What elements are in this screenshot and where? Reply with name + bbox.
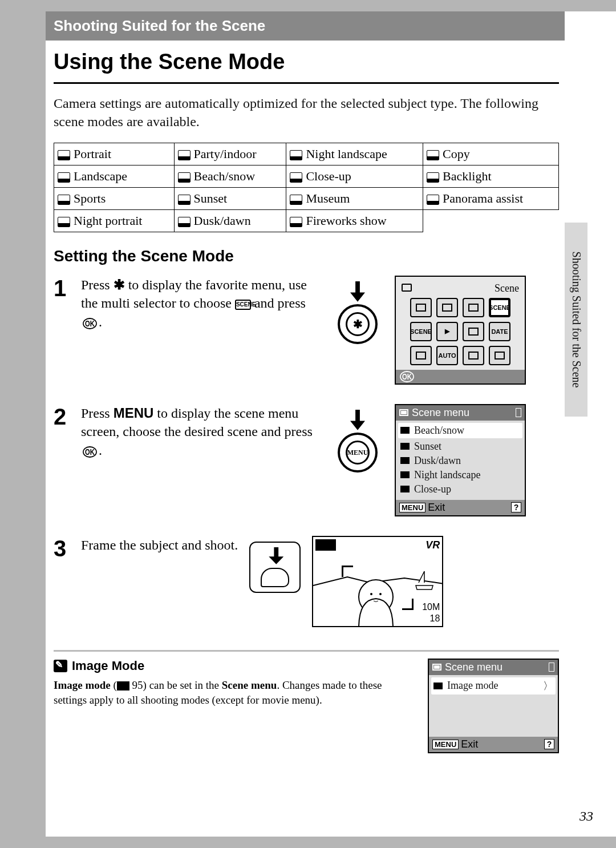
note-icon bbox=[54, 660, 67, 672]
cell: Sports bbox=[74, 191, 106, 205]
step-3-num: 3 bbox=[54, 536, 81, 627]
step-2-text: Press MENU to display the scene menu scr… bbox=[81, 404, 321, 516]
cell: Landscape bbox=[74, 169, 127, 183]
scene-icon: SCENE bbox=[235, 300, 251, 310]
side-tab-label: Shooting Suited for the Scene bbox=[570, 252, 583, 388]
cell: Night portrait bbox=[74, 213, 142, 228]
focus-bracket-icon bbox=[402, 599, 414, 610]
exit-label: Exit bbox=[428, 502, 445, 514]
step-1-text: Press ✱ to display the favorite menu, us… bbox=[81, 276, 321, 385]
scene-cell-selected: SCENE bbox=[489, 298, 510, 317]
ok-icon: OK bbox=[83, 318, 97, 329]
cell: Portrait bbox=[74, 147, 111, 161]
panorama-icon bbox=[427, 195, 439, 205]
lcd-header: Scene menu bbox=[445, 661, 502, 673]
night-landscape-icon bbox=[290, 150, 302, 160]
beach-icon bbox=[178, 172, 191, 183]
list-item: Night landscape bbox=[400, 468, 520, 482]
intro-text: Camera settings are automatically optimi… bbox=[54, 84, 559, 143]
scene-menu-icon bbox=[432, 664, 441, 671]
button-label: MENU bbox=[347, 448, 368, 457]
note-heading: Image Mode bbox=[54, 659, 414, 673]
list-item: Beach/snow bbox=[398, 423, 522, 438]
favorite-menu-lcd: Scene SCENE SCENE▶DATE AUTO OK bbox=[395, 276, 526, 385]
sunset-icon bbox=[178, 195, 191, 205]
closeup-icon bbox=[290, 172, 302, 183]
cell: Close-up bbox=[306, 169, 351, 183]
dusk-icon bbox=[178, 217, 191, 227]
image-mode-lcd: Scene menu Image mode〉 MENUExit? bbox=[428, 659, 559, 753]
menu-button-illustration: MENU bbox=[332, 410, 383, 478]
scene-menu-icon bbox=[399, 409, 408, 416]
cell: Backlight bbox=[443, 169, 492, 183]
night-portrait-icon bbox=[58, 217, 70, 227]
step-1-num: 1 bbox=[54, 276, 81, 385]
arrow-down-icon bbox=[350, 281, 365, 302]
cell: Museum bbox=[306, 191, 350, 205]
cell: Night landscape bbox=[306, 147, 387, 161]
step-3-text: Frame the subject and shoot. bbox=[81, 536, 238, 627]
scene-menu-lcd: Scene menu Beach/snow Sunset Dusk/dawn N… bbox=[395, 404, 526, 516]
list-item: Image mode〉 bbox=[431, 677, 556, 694]
page-ref-icon bbox=[117, 681, 129, 690]
night-landscape-icon bbox=[400, 471, 410, 478]
backlight-icon bbox=[427, 172, 439, 183]
closeup-icon bbox=[400, 486, 410, 492]
menu-word: MENU bbox=[114, 405, 154, 421]
fireworks-icon bbox=[290, 217, 302, 227]
favorite-button-illustration: ✱ bbox=[332, 281, 383, 350]
list-item: Dusk/dawn bbox=[400, 454, 520, 468]
svg-point-1 bbox=[370, 593, 372, 595]
copy-icon bbox=[427, 150, 439, 160]
list-item: Close-up bbox=[400, 482, 520, 496]
setting-heading: Setting the Scene Mode bbox=[54, 247, 559, 265]
cell: Beach/snow bbox=[194, 169, 256, 183]
help-icon: ? bbox=[511, 502, 521, 512]
cell: Dusk/dawn bbox=[194, 213, 251, 228]
lcd-header: Scene menu bbox=[412, 407, 469, 419]
frame-count: 10M18 bbox=[422, 601, 440, 623]
svg-point-2 bbox=[379, 593, 382, 595]
ok-icon: OK bbox=[400, 371, 414, 382]
menu-tag: MENU bbox=[432, 740, 459, 749]
note-box: Image Mode Image mode ( 95) can be set i… bbox=[54, 650, 559, 753]
beach-icon bbox=[400, 427, 410, 434]
button-label: ✱ bbox=[353, 317, 363, 331]
scene-mode-table: Portrait Party/indoor Night landscape Co… bbox=[54, 143, 559, 232]
scrollbar-icon bbox=[516, 408, 521, 417]
cell: Fireworks show bbox=[306, 213, 386, 228]
exit-label: Exit bbox=[461, 738, 478, 750]
cell: Sunset bbox=[194, 191, 228, 205]
scrollbar-icon bbox=[549, 663, 554, 672]
page-number: 33 bbox=[579, 809, 593, 824]
sunset-icon bbox=[400, 443, 410, 450]
menu-tag: MENU bbox=[399, 503, 425, 512]
dusk-icon bbox=[400, 457, 410, 464]
page-title: Using the Scene Mode bbox=[54, 41, 559, 84]
camera-icon bbox=[402, 284, 412, 292]
image-mode-icon bbox=[433, 683, 443, 689]
favorite-icon: ✱ bbox=[114, 277, 125, 292]
party-icon bbox=[178, 150, 191, 160]
landscape-icon bbox=[58, 172, 70, 183]
chapter-header: Shooting Suited for the Scene bbox=[46, 11, 565, 41]
cell: Party/indoor bbox=[194, 147, 257, 161]
chevron-right-icon: 〉 bbox=[543, 679, 553, 693]
portrait-icon bbox=[58, 150, 70, 160]
lcd-title: Scene bbox=[402, 282, 519, 294]
arrow-down-icon bbox=[350, 410, 365, 430]
shutter-button-illustration bbox=[249, 542, 301, 593]
step-2-num: 2 bbox=[54, 404, 81, 516]
museum-icon bbox=[290, 195, 302, 205]
cell: Copy bbox=[443, 147, 470, 161]
side-tab: Shooting Suited for the Scene bbox=[565, 223, 587, 417]
note-body: Image mode ( 95) can be set in the Scene… bbox=[54, 678, 414, 708]
viewfinder-illustration: VR 10M18 bbox=[312, 536, 443, 627]
cell: Panorama assist bbox=[443, 191, 523, 205]
sports-icon bbox=[58, 195, 70, 205]
help-icon: ? bbox=[544, 739, 554, 749]
list-item: Sunset bbox=[400, 439, 520, 454]
ok-icon: OK bbox=[83, 446, 97, 458]
focus-bracket-icon bbox=[342, 566, 353, 577]
